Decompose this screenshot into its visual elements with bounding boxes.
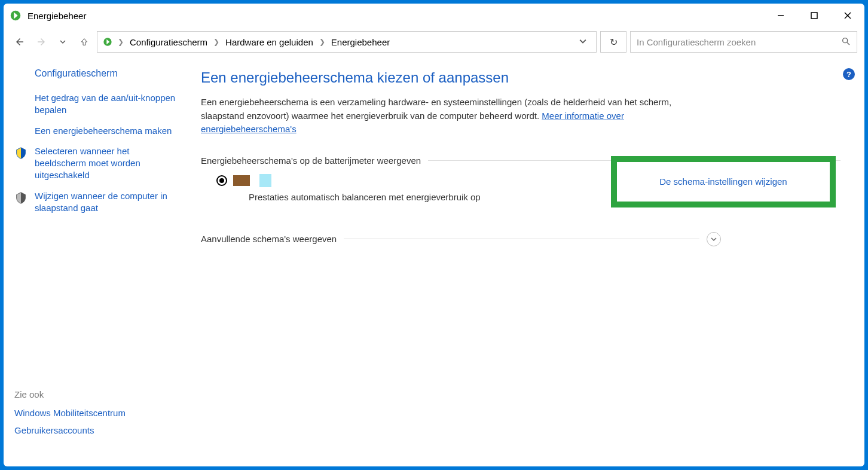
svg-rect-2 [811, 13, 817, 19]
address-bar[interactable]: ❯ Configuratiescherm ❯ Hardware en gelui… [97, 31, 597, 53]
sidebar: Configuratiescherm Het gedrag van de aan… [4, 56, 189, 466]
sidebar-heading[interactable]: Configuratiescherm [14, 68, 178, 79]
expand-label: Aanvullende schema's weergeven [201, 234, 337, 244]
main-content: Een energiebeheerschema kiezen of aanpas… [189, 56, 864, 466]
search-input[interactable] [637, 37, 841, 47]
close-button[interactable] [831, 4, 864, 28]
sidebar-link-label: Wijzigen wanneer de computer in slaapsta… [35, 191, 167, 213]
sidebar-link-sleep[interactable]: Wijzigen wanneer de computer in slaapsta… [14, 190, 178, 215]
shield-icon [14, 147, 27, 160]
window: Energiebeheer [4, 4, 864, 466]
see-also-accounts[interactable]: Gebruikersaccounts [14, 425, 178, 435]
breadcrumb-item[interactable]: Energiebeheer [329, 36, 392, 48]
see-also-label: Zie ook [14, 389, 178, 399]
chevron-right-icon[interactable]: ❯ [212, 38, 221, 46]
page-title: Een energiebeheerschema kiezen of aanpas… [201, 69, 841, 86]
window-controls [764, 4, 864, 28]
window-title: Energiebeheer [27, 11, 86, 21]
recent-locations-button[interactable] [54, 33, 72, 51]
redacted-block [259, 174, 271, 187]
search-icon[interactable] [841, 36, 851, 48]
power-plan-row: De schema-instellingen wijzigen [201, 174, 841, 187]
app-icon [8, 8, 23, 23]
expand-button[interactable] [707, 232, 721, 246]
chevron-right-icon[interactable]: ❯ [117, 38, 125, 46]
sidebar-link-display-off[interactable]: Selecteren wanneer het beeldscherm moet … [14, 145, 178, 182]
highlight-box: De schema-instellingen wijzigen [611, 156, 836, 207]
change-plan-settings-link[interactable]: De schema-instellingen wijzigen [659, 176, 787, 187]
navigation-bar: ❯ Configuratiescherm ❯ Hardware en gelui… [4, 28, 864, 56]
sidebar-link-power-buttons[interactable]: Het gedrag van de aan/uit-knoppen bepale… [14, 92, 178, 117]
svg-line-7 [847, 42, 849, 45]
address-dropdown[interactable] [573, 36, 592, 47]
breadcrumb-item[interactable]: Configuratiescherm [127, 36, 210, 48]
back-button[interactable] [11, 33, 29, 51]
content-body: Configuratiescherm Het gedrag van de aan… [4, 56, 864, 466]
shield-icon [14, 191, 27, 205]
address-icon [101, 35, 114, 48]
up-button[interactable] [75, 33, 93, 51]
redacted-plan-name [233, 175, 250, 186]
sidebar-link-label: Selecteren wanneer het beeldscherm moet … [35, 146, 140, 181]
minimize-button[interactable] [764, 4, 797, 28]
page-description: Een energiebeheerschema is een verzameli… [201, 96, 709, 136]
plan-radio[interactable] [216, 175, 227, 186]
refresh-button[interactable]: ↻ [600, 31, 626, 53]
section-label-text: Energiebeheerschema's op de batterijmete… [201, 155, 421, 166]
breadcrumb-item[interactable]: Hardware en geluiden [223, 36, 316, 48]
svg-point-6 [843, 38, 848, 42]
search-box[interactable] [630, 31, 857, 53]
sidebar-link-create-plan[interactable]: Een energiebeheerschema maken [14, 125, 178, 137]
maximize-button[interactable] [797, 4, 831, 28]
chevron-right-icon[interactable]: ❯ [318, 38, 326, 46]
sidebar-see-also: Zie ook Windows Mobiliteitscentrum Gebru… [14, 389, 178, 454]
titlebar: Energiebeheer [4, 4, 864, 28]
see-also-mobility[interactable]: Windows Mobiliteitscentrum [14, 408, 178, 418]
additional-plans-section: Aanvullende schema's weergeven [201, 232, 721, 246]
radio-dot-icon [219, 178, 224, 183]
divider [344, 239, 699, 239]
help-icon[interactable]: ? [843, 68, 855, 80]
forward-button[interactable] [32, 33, 50, 51]
